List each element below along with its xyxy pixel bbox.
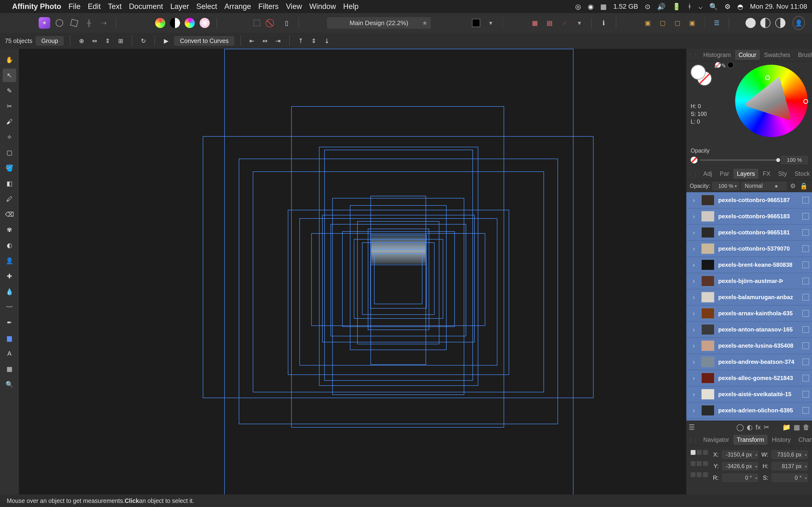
paint-brush-tool[interactable]: 🖊: [3, 192, 16, 206]
wifi-icon[interactable]: ⌵: [698, 3, 703, 11]
menu-help[interactable]: Help: [343, 2, 359, 11]
canvas[interactable]: [19, 49, 686, 495]
tab-channels[interactable]: Channels: [795, 435, 812, 445]
menu-layer[interactable]: Layer: [170, 2, 189, 11]
group-button[interactable]: Group: [36, 36, 63, 46]
add-pixel-layer-icon[interactable]: ▦: [794, 423, 800, 431]
layer-visibility-checkbox[interactable]: [802, 197, 809, 204]
crop-tool[interactable]: ✂: [3, 100, 16, 113]
layer-expand-icon[interactable]: ›: [686, 245, 701, 252]
battery-icon[interactable]: 🔋: [672, 3, 681, 11]
volume-icon[interactable]: 🔊: [657, 3, 666, 11]
layer-expand-icon[interactable]: ›: [686, 294, 701, 301]
opacity-value[interactable]: 100 %: [781, 156, 808, 164]
selection-outline[interactable]: [370, 235, 427, 265]
layer-row[interactable]: ›pexels-cottonbro-9665183: [686, 208, 812, 225]
tab-styles[interactable]: Sty: [775, 169, 790, 179]
text-tool[interactable]: A: [3, 347, 16, 360]
layer-row[interactable]: ›pexels-cottonbro-5379070: [686, 241, 812, 257]
play-icon[interactable]: ▶: [161, 36, 171, 46]
layer-expand-icon[interactable]: ›: [686, 407, 701, 414]
snap-grid-button[interactable]: ▦: [529, 16, 541, 30]
selection-brush-tool[interactable]: ✧: [3, 130, 16, 144]
tab-stock[interactable]: Stock: [791, 169, 812, 179]
fill-dropdown[interactable]: ▾: [485, 16, 496, 30]
anchor-selector[interactable]: [691, 450, 708, 483]
layer-visibility-checkbox[interactable]: [802, 278, 809, 284]
layer-visibility-checkbox[interactable]: [802, 407, 809, 414]
control-center-icon[interactable]: ⚙: [724, 3, 730, 11]
menu-view[interactable]: View: [286, 2, 302, 11]
layer-row[interactable]: ›pexels-aistė-sveikataitė-15: [686, 386, 812, 402]
move-tool[interactable]: ↖: [3, 68, 16, 82]
layer-list[interactable]: ›pexels-cottonbro-9665187›pexels-cottonb…: [686, 192, 812, 420]
layer-expand-icon[interactable]: ›: [686, 310, 701, 317]
r-field[interactable]: 0 °: [722, 474, 758, 482]
panel-grip-icon[interactable]: ⋮⋮: [688, 437, 698, 443]
tab-navigator[interactable]: Navigator: [700, 435, 732, 445]
develop-persona-button[interactable]: [68, 16, 80, 30]
marquee-tool[interactable]: ▢: [3, 146, 16, 159]
tab-transform[interactable]: Transform: [733, 435, 767, 445]
hue-handle[interactable]: [803, 99, 808, 104]
healing-tool[interactable]: ✚: [3, 270, 16, 283]
convert-to-curves-button[interactable]: Convert to Curves: [174, 36, 234, 46]
layer-row[interactable]: ›pexels-adrien-olichon-2931: [686, 418, 812, 420]
align-icon-2[interactable]: ⇔: [90, 36, 99, 46]
menu-document[interactable]: Document: [129, 2, 163, 11]
group-layers-icon[interactable]: 📁: [782, 423, 791, 431]
menu-file[interactable]: File: [68, 2, 81, 11]
no-colour-icon[interactable]: [691, 157, 698, 163]
arrange-front-button[interactable]: ▣: [642, 16, 654, 30]
align-icon-1[interactable]: ⊕: [77, 36, 86, 46]
rotate-icon[interactable]: ↻: [139, 36, 148, 46]
tab-colour[interactable]: Colour: [735, 50, 760, 60]
tab-fx[interactable]: FX: [759, 169, 774, 179]
siri-icon[interactable]: ◓: [737, 3, 743, 11]
photo-persona-button[interactable]: ✦: [39, 16, 50, 30]
zoom-tool[interactable]: 🔍: [3, 378, 16, 391]
lab-button[interactable]: [199, 16, 210, 30]
lock-icon[interactable]: 🔒: [799, 182, 809, 190]
snap-dropdown[interactable]: ▾: [574, 16, 585, 30]
boolean-add-button[interactable]: [745, 16, 756, 30]
status-icon-1[interactable]: ◎: [575, 3, 581, 11]
valign-top-icon[interactable]: ⤒: [296, 36, 306, 46]
record-icon[interactable]: ⊙: [645, 3, 650, 11]
mask-icon[interactable]: ◯: [737, 423, 744, 431]
dodge-tool[interactable]: ◐: [3, 238, 16, 252]
shape-tool[interactable]: ▆: [3, 331, 16, 345]
spotlight-icon[interactable]: 🔍: [709, 3, 718, 11]
layer-visibility-checkbox[interactable]: [802, 391, 809, 398]
tab-adjustments[interactable]: Adj: [700, 169, 715, 179]
align-icon-3[interactable]: ⇕: [103, 36, 112, 46]
layer-expand-icon[interactable]: ›: [686, 197, 701, 204]
arrange-forward-button[interactable]: ▢: [657, 16, 668, 30]
mesh-tool[interactable]: ▦: [3, 362, 16, 376]
layer-expand-icon[interactable]: ›: [686, 391, 701, 398]
layer-expand-icon[interactable]: ›: [686, 278, 701, 285]
blend-mode-dropdown[interactable]: Normal: [742, 182, 786, 190]
snap-toggle-button[interactable]: ⟋: [559, 16, 570, 30]
layer-row[interactable]: ›pexels-björn-austmar-Þ: [686, 273, 812, 289]
clone-tool[interactable]: ✾: [3, 223, 16, 237]
layer-visibility-checkbox[interactable]: [802, 213, 809, 220]
layer-row[interactable]: ›pexels-cottonbro-9665181: [686, 225, 812, 241]
menu-select[interactable]: Select: [196, 2, 217, 11]
bluetooth-icon[interactable]: ᚼ: [688, 3, 692, 10]
tab-layers[interactable]: Layers: [733, 169, 758, 179]
hand-tool[interactable]: ✋: [3, 53, 16, 67]
align-icon-4[interactable]: ⊞: [116, 36, 125, 46]
export-persona-button[interactable]: ⇢: [98, 16, 109, 30]
layer-row[interactable]: ›pexels-anton-atanasov-165: [686, 322, 812, 338]
layer-row[interactable]: ›pexels-arnav-kainthola-635: [686, 305, 812, 322]
blur-tool[interactable]: 💧: [3, 285, 16, 298]
assistant-button[interactable]: ℹ: [598, 16, 609, 30]
quick-mask-button[interactable]: ▯: [281, 16, 292, 30]
layer-expand-icon[interactable]: ›: [686, 213, 701, 220]
arrange-back-button[interactable]: ▣: [687, 16, 698, 30]
tab-brushes[interactable]: Brushes: [795, 50, 812, 60]
layer-opacity-field[interactable]: 100 %: [712, 182, 739, 190]
colour-wheel[interactable]: [735, 65, 808, 137]
x-field[interactable]: -3150,4 px: [722, 451, 758, 459]
